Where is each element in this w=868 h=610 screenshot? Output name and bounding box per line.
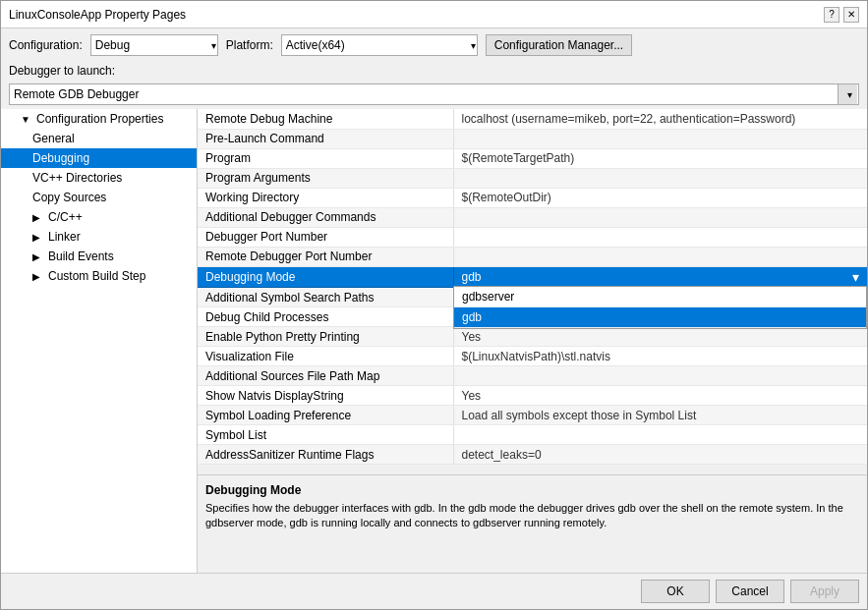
table-row[interactable]: Enable Python Pretty PrintingYes bbox=[198, 327, 867, 347]
prop-name-cell: Debugging Mode bbox=[198, 266, 453, 288]
title-bar: LinuxConsoleApp Property Pages ? ✕ bbox=[1, 1, 867, 28]
prop-value-cell: detect_leaks=0 bbox=[453, 445, 867, 465]
prop-name-cell: AddressSanitizer Runtime Flags bbox=[198, 445, 453, 465]
expand-arrow-icon: ▼ bbox=[21, 114, 32, 125]
configuration-label: Configuration: bbox=[9, 38, 83, 52]
prop-value-cell bbox=[453, 247, 867, 266]
sidebar-item-vc-dirs[interactable]: VC++ Directories bbox=[1, 168, 197, 188]
configuration-select[interactable]: Debug bbox=[90, 34, 218, 56]
linker-expand-icon: ▶ bbox=[32, 232, 44, 243]
sidebar-item-config-props[interactable]: ▼ Configuration Properties bbox=[1, 109, 197, 129]
table-row[interactable]: Program$(RemoteTargetPath) bbox=[198, 148, 867, 168]
prop-name-cell: Symbol List bbox=[198, 425, 453, 445]
properties-scroll-area[interactable]: Remote Debug Machinelocalhost (username=… bbox=[198, 109, 867, 474]
prop-name-cell: Additional Symbol Search Paths bbox=[198, 288, 453, 307]
prop-value-cell: gdb▾ bbox=[454, 267, 868, 288]
prop-value-cell bbox=[453, 129, 867, 148]
prop-name-cell: Program bbox=[198, 148, 453, 168]
prop-name-cell: Additional Debugger Commands bbox=[198, 207, 453, 227]
debugger-row: Debugger to launch: bbox=[1, 62, 867, 82]
custom-build-expand-icon: ▶ bbox=[32, 271, 44, 282]
debugger-label: Debugger to launch: bbox=[9, 64, 115, 78]
table-row[interactable]: Pre-Launch Command bbox=[198, 129, 867, 148]
table-row[interactable]: Debugging Modegdb▾ bbox=[198, 266, 867, 288]
dropdown-item-gdbserver[interactable]: gdbserver bbox=[454, 287, 866, 307]
main-window: LinuxConsoleApp Property Pages ? ✕ Confi… bbox=[0, 0, 868, 610]
platform-label: Platform: bbox=[226, 38, 273, 52]
sidebar-item-custom-build-step[interactable]: ▶ Custom Build Step bbox=[1, 266, 197, 286]
table-row[interactable]: Additional Debugger Commands bbox=[198, 207, 867, 227]
footer-buttons: OK Cancel Apply bbox=[1, 573, 867, 609]
table-row[interactable]: Remote Debug Machinelocalhost (username=… bbox=[198, 109, 867, 129]
table-row[interactable]: Program Arguments bbox=[198, 168, 867, 188]
sidebar-item-linker[interactable]: ▶ Linker bbox=[1, 227, 197, 247]
description-text: Specifies how the debugger interfaces wi… bbox=[205, 501, 859, 531]
prop-value-cell: $(LinuxNatvisPath)\stl.natvis bbox=[453, 347, 867, 366]
prop-value-cell: Load all symbols except those in Symbol … bbox=[453, 406, 867, 425]
platform-select-wrapper: Active(x64) ▾ bbox=[281, 34, 478, 56]
apply-button[interactable]: Apply bbox=[790, 580, 859, 603]
description-title: Debugging Mode bbox=[205, 483, 859, 497]
debugging-mode-dropdown[interactable]: gdbserver gdb bbox=[453, 286, 867, 329]
properties-panel: Remote Debug Machinelocalhost (username=… bbox=[198, 109, 867, 573]
sidebar-item-debugging[interactable]: Debugging bbox=[1, 148, 197, 168]
table-row[interactable]: Debugger Port Number bbox=[198, 227, 867, 247]
table-row[interactable]: Working Directory$(RemoteOutDir) bbox=[198, 188, 867, 207]
debugger-select[interactable]: Remote GDB Debugger bbox=[9, 83, 859, 105]
ok-button[interactable]: OK bbox=[641, 580, 710, 603]
table-row[interactable]: Visualization File$(LinuxNatvisPath)\stl… bbox=[198, 347, 867, 366]
table-row[interactable]: Additional Sources File Path Map bbox=[198, 366, 867, 386]
help-button[interactable]: ? bbox=[824, 7, 839, 23]
platform-select[interactable]: Active(x64) bbox=[281, 34, 478, 56]
configuration-select-wrapper: Debug ▾ bbox=[90, 34, 218, 56]
prop-dropdown-arrow-icon: ▾ bbox=[852, 269, 859, 285]
prop-value-cell bbox=[453, 168, 867, 188]
prop-name-cell: Symbol Loading Preference bbox=[198, 406, 453, 425]
prop-name-cell: Additional Sources File Path Map bbox=[198, 366, 453, 386]
window-title: LinuxConsoleApp Property Pages bbox=[9, 8, 186, 22]
prop-name-cell: Pre-Launch Command bbox=[198, 129, 453, 148]
build-events-expand-icon: ▶ bbox=[32, 251, 44, 262]
prop-name-cell: Visualization File bbox=[198, 347, 453, 366]
prop-value-cell bbox=[453, 207, 867, 227]
table-row[interactable]: Show Natvis DisplayStringYes bbox=[198, 386, 867, 406]
table-row[interactable]: Remote Debugger Port Number bbox=[198, 247, 867, 266]
prop-value-cell bbox=[453, 227, 867, 247]
prop-value-cell bbox=[453, 425, 867, 445]
dropdown-item-gdb[interactable]: gdb bbox=[454, 307, 866, 328]
config-manager-button[interactable]: Configuration Manager... bbox=[486, 34, 632, 56]
prop-name-cell: Program Arguments bbox=[198, 168, 453, 188]
prop-value-cell: $(RemoteTargetPath) bbox=[453, 148, 867, 168]
prop-name-cell: Debug Child Processes bbox=[198, 307, 453, 327]
prop-value-cell: localhost (username=mikeb, port=22, auth… bbox=[453, 109, 867, 129]
table-row[interactable]: Symbol List bbox=[198, 425, 867, 445]
main-content: ▼ Configuration Properties General Debug… bbox=[1, 109, 867, 573]
prop-name-cell: Working Directory bbox=[198, 188, 453, 207]
sidebar-item-build-events[interactable]: ▶ Build Events bbox=[1, 247, 197, 266]
sidebar: ▼ Configuration Properties General Debug… bbox=[1, 109, 198, 573]
cpp-expand-icon: ▶ bbox=[32, 212, 44, 223]
debugger-select-wrapper: Remote GDB Debugger ▾ bbox=[9, 83, 859, 105]
prop-name-cell: Remote Debugger Port Number bbox=[198, 247, 453, 266]
prop-name-cell: Remote Debug Machine bbox=[198, 109, 453, 129]
close-button[interactable]: ✕ bbox=[843, 7, 859, 23]
table-row[interactable]: AddressSanitizer Runtime Flagsdetect_lea… bbox=[198, 445, 867, 465]
prop-name-cell: Enable Python Pretty Printing bbox=[198, 327, 453, 347]
sidebar-item-cpp[interactable]: ▶ C/C++ bbox=[1, 207, 197, 227]
title-bar-buttons: ? ✕ bbox=[824, 7, 859, 23]
config-row: Configuration: Debug ▾ Platform: Active(… bbox=[1, 28, 867, 62]
description-panel: Debugging Mode Specifies how the debugge… bbox=[198, 474, 867, 553]
prop-name-cell: Show Natvis DisplayString bbox=[198, 386, 453, 406]
cancel-button[interactable]: Cancel bbox=[716, 580, 784, 603]
table-row[interactable]: Symbol Loading PreferenceLoad all symbol… bbox=[198, 406, 867, 425]
prop-value-cell: Yes bbox=[453, 327, 867, 347]
prop-value-cell: $(RemoteOutDir) bbox=[453, 188, 867, 207]
prop-name-cell: Debugger Port Number bbox=[198, 227, 453, 247]
prop-value-cell: Yes bbox=[453, 386, 867, 406]
sidebar-item-copy-sources[interactable]: Copy Sources bbox=[1, 188, 197, 207]
debugger-select-row: Remote GDB Debugger ▾ bbox=[1, 82, 867, 109]
prop-value-cell bbox=[453, 366, 867, 386]
sidebar-item-general[interactable]: General bbox=[1, 129, 197, 148]
